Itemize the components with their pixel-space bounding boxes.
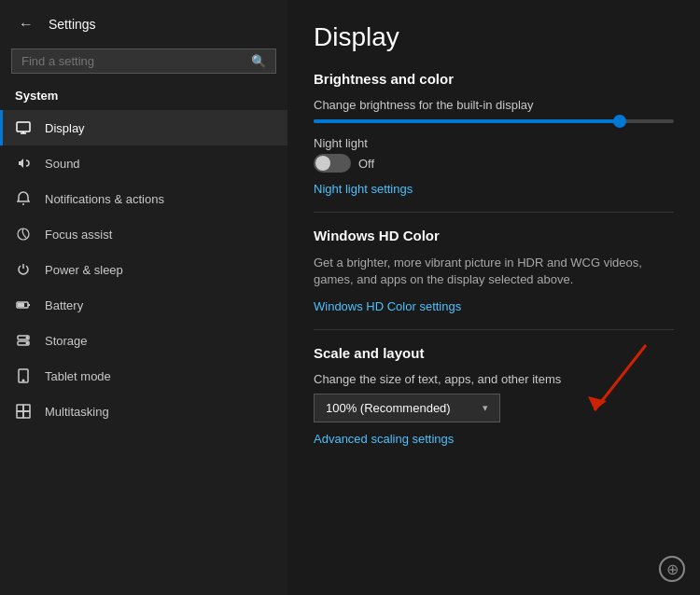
sidebar-item-label-battery: Battery	[45, 298, 83, 312]
hd-color-title: Windows HD Color	[314, 228, 674, 243]
svg-rect-12	[23, 411, 30, 418]
page-title: Display	[314, 22, 674, 52]
notifications-icon	[15, 190, 32, 207]
sidebar-item-display[interactable]: Display	[0, 110, 287, 145]
night-light-toggle-thumb	[315, 156, 330, 171]
sidebar-item-multitasking[interactable]: Multitasking	[0, 394, 287, 429]
brightness-label: Change brightness for the built-in displ…	[314, 98, 674, 112]
svg-point-6	[26, 342, 28, 344]
search-icon: 🔍	[251, 54, 266, 68]
chevron-down-icon: ▾	[483, 402, 488, 414]
scale-section-title: Scale and layout	[314, 345, 674, 361]
nav-list: DisplaySoundNotifications & actionsFocus…	[0, 110, 287, 429]
sidebar-item-label-power: Power & sleep	[45, 263, 123, 277]
sidebar-item-tablet[interactable]: Tablet mode	[0, 358, 287, 394]
multitasking-icon	[15, 403, 32, 420]
scale-dropdown-value: 100% (Recommended)	[326, 401, 451, 415]
sidebar-item-label-sound: Sound	[45, 157, 80, 171]
focus-icon	[15, 226, 32, 242]
night-light-row: Night light	[314, 136, 674, 150]
back-button[interactable]: ←	[15, 13, 37, 35]
svg-rect-11	[17, 411, 23, 418]
svg-point-5	[26, 337, 28, 339]
sidebar-item-label-focus: Focus assist	[45, 228, 112, 242]
divider-1	[314, 212, 674, 213]
sidebar-item-label-tablet: Tablet mode	[45, 369, 111, 383]
sidebar: ← Settings 🔍 System DisplaySoundNotifica…	[0, 0, 287, 595]
brightness-slider-thumb	[613, 115, 626, 128]
sidebar-item-power[interactable]: Power & sleep	[0, 252, 287, 287]
brightness-slider-container: Change brightness for the built-in displ…	[314, 98, 674, 123]
tablet-icon	[15, 367, 32, 384]
sidebar-item-label-notifications: Notifications & actions	[45, 192, 164, 206]
zoom-icon[interactable]: ⊕	[659, 556, 685, 582]
hd-color-desc: Get a brighter, more vibrant picture in …	[314, 255, 674, 288]
night-light-label: Night light	[314, 136, 368, 150]
battery-icon	[15, 297, 32, 313]
system-label: System	[0, 81, 287, 110]
svg-rect-10	[23, 405, 30, 411]
night-light-toggle[interactable]	[314, 154, 351, 173]
svg-rect-2	[18, 303, 24, 307]
scale-label: Change the size of text, apps, and other…	[314, 372, 674, 386]
sidebar-item-label-multitasking: Multitasking	[45, 405, 109, 419]
sidebar-item-label-display: Display	[45, 121, 85, 135]
scale-dropdown-row: 100% (Recommended) ▾	[314, 394, 674, 422]
sound-icon	[15, 155, 32, 172]
svg-point-8	[22, 380, 24, 381]
brightness-slider-track[interactable]	[314, 119, 674, 123]
scale-layout-section: Scale and layout Change the size of text…	[314, 345, 674, 447]
hd-color-settings-link[interactable]: Windows HD Color settings	[314, 299, 461, 313]
storage-icon	[15, 332, 32, 349]
svg-rect-0	[17, 122, 30, 131]
advanced-scaling-link[interactable]: Advanced scaling settings	[314, 432, 454, 446]
svg-rect-9	[17, 405, 23, 411]
sidebar-item-storage[interactable]: Storage	[0, 323, 287, 358]
night-light-settings-link[interactable]: Night light settings	[314, 182, 413, 196]
scale-dropdown[interactable]: 100% (Recommended) ▾	[314, 394, 500, 422]
sidebar-item-sound[interactable]: Sound	[0, 145, 287, 181]
sidebar-header: ← Settings	[0, 0, 287, 48]
divider-2	[314, 329, 674, 330]
display-icon	[15, 119, 32, 136]
night-light-off-label: Off	[358, 157, 374, 171]
brightness-slider-fill	[314, 119, 620, 123]
sidebar-item-label-storage: Storage	[45, 334, 88, 348]
sidebar-item-battery[interactable]: Battery	[0, 287, 287, 323]
brightness-section-title: Brightness and color	[314, 71, 674, 87]
sidebar-title: Settings	[49, 17, 96, 32]
search-box[interactable]: 🔍	[11, 48, 276, 74]
main-content: Display Brightness and color Change brig…	[287, 0, 700, 595]
power-icon	[15, 261, 32, 278]
sidebar-item-notifications[interactable]: Notifications & actions	[0, 181, 287, 216]
zoom-icon-symbol: ⊕	[666, 560, 679, 578]
sidebar-item-focus[interactable]: Focus assist	[0, 216, 287, 252]
search-input[interactable]	[21, 54, 244, 68]
